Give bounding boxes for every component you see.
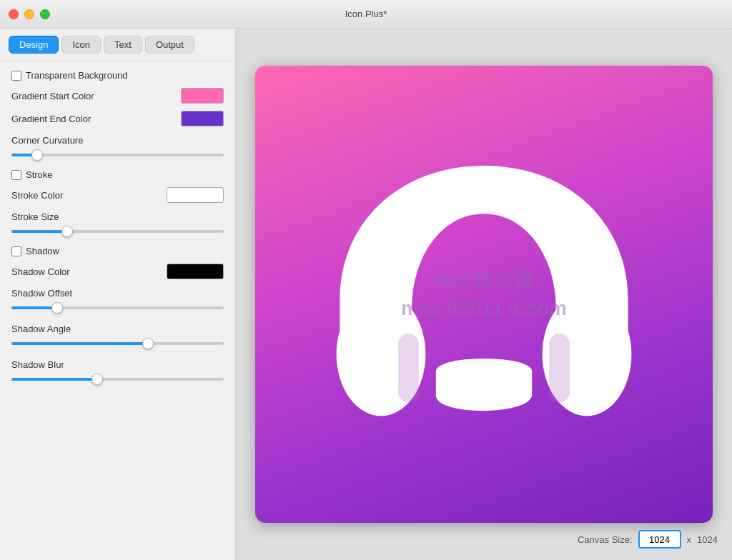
shadow-angle-container: Shadow Angle bbox=[11, 322, 224, 348]
canvas-height-value: 1024 bbox=[697, 534, 718, 545]
tab-design[interactable]: Design bbox=[9, 36, 59, 54]
shadow-color-swatch[interactable] bbox=[167, 264, 224, 279]
shadow-row: Shadow bbox=[11, 246, 224, 256]
tab-text[interactable]: Text bbox=[104, 36, 142, 54]
shadow-angle-label: Shadow Angle bbox=[11, 324, 71, 334]
tab-output[interactable]: Output bbox=[145, 36, 194, 54]
gradient-start-row: Gradient Start Color bbox=[11, 88, 224, 104]
shadow-checkbox[interactable] bbox=[11, 246, 21, 256]
gradient-end-label: Gradient End Color bbox=[11, 114, 181, 124]
minimize-button[interactable] bbox=[24, 9, 34, 19]
bottom-bar: Canvas Size: x 1024 bbox=[578, 530, 718, 549]
stroke-color-row: Stroke Color bbox=[11, 187, 224, 203]
shadow-blur-label: Shadow Blur bbox=[11, 359, 64, 370]
transparent-background-row: Transparent Background bbox=[11, 70, 224, 81]
headphones-icon bbox=[312, 123, 656, 466]
tab-icon[interactable]: Icon bbox=[61, 36, 101, 54]
shadow-blur-slider[interactable] bbox=[11, 378, 224, 381]
canvas-size-label: Canvas Size: bbox=[578, 534, 633, 545]
maximize-button[interactable] bbox=[40, 9, 50, 19]
stroke-color-label: Stroke Color bbox=[11, 190, 167, 201]
shadow-label: Shadow bbox=[26, 246, 59, 256]
svg-rect-3 bbox=[549, 334, 570, 402]
close-button[interactable] bbox=[9, 9, 19, 19]
design-controls: Transparent Background Gradient Start Co… bbox=[0, 61, 235, 560]
main-content: Design Icon Text Output Transparent Back… bbox=[0, 29, 732, 560]
gradient-end-row: Gradient End Color bbox=[11, 111, 224, 126]
canvas-background: Mac软件园 mac.it2011 4.com bbox=[255, 66, 713, 523]
window-title: Icon Plus* bbox=[345, 9, 387, 19]
stroke-size-slider[interactable] bbox=[11, 230, 224, 233]
left-panel: Design Icon Text Output Transparent Back… bbox=[0, 29, 236, 560]
corner-curvature-label: Corner Curvature bbox=[11, 135, 83, 146]
shadow-offset-slider[interactable] bbox=[11, 306, 224, 309]
corner-curvature-slider[interactable] bbox=[11, 154, 224, 156]
stroke-row: Stroke bbox=[11, 169, 224, 180]
stroke-checkbox[interactable] bbox=[11, 170, 21, 180]
shadow-offset-label: Shadow Offset bbox=[11, 288, 72, 299]
right-panel: Mac软件园 mac.it2011 4.com bbox=[236, 29, 732, 560]
stroke-label: Stroke bbox=[26, 169, 53, 180]
transparent-background-label: Transparent Background bbox=[26, 70, 128, 81]
gradient-end-swatch[interactable] bbox=[181, 111, 224, 126]
corner-curvature-container: Corner Curvature bbox=[11, 134, 224, 159]
shadow-color-label: Shadow Color bbox=[11, 266, 167, 277]
stroke-color-swatch[interactable] bbox=[167, 187, 224, 203]
canvas-separator: x bbox=[687, 534, 692, 545]
canvas-width-input[interactable] bbox=[638, 530, 681, 549]
tab-bar: Design Icon Text Output bbox=[0, 29, 235, 61]
shadow-offset-container: Shadow Offset bbox=[11, 286, 224, 312]
shadow-color-row: Shadow Color bbox=[11, 264, 224, 279]
canvas-wrapper: Mac软件园 mac.it2011 4.com bbox=[255, 66, 713, 523]
shadow-angle-slider[interactable] bbox=[11, 342, 224, 345]
window-controls[interactable] bbox=[9, 9, 50, 19]
stroke-size-container: Stroke Size bbox=[11, 210, 224, 236]
stroke-size-label: Stroke Size bbox=[11, 211, 59, 222]
svg-rect-2 bbox=[398, 334, 419, 402]
transparent-background-checkbox[interactable] bbox=[11, 71, 21, 81]
titlebar: Icon Plus* bbox=[0, 0, 732, 29]
gradient-start-label: Gradient Start Color bbox=[11, 91, 181, 101]
gradient-start-swatch[interactable] bbox=[181, 88, 224, 104]
shadow-blur-container: Shadow Blur bbox=[11, 358, 224, 384]
